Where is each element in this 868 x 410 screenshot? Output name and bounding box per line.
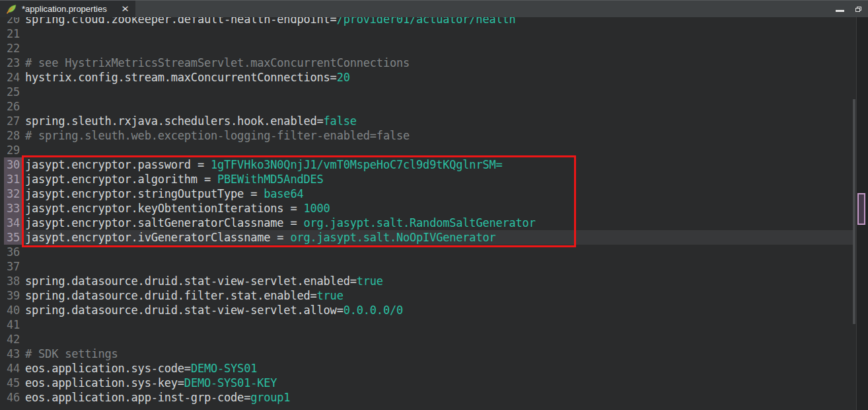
line-number[interactable]: 42: [4, 332, 22, 347]
line-number[interactable]: 30: [4, 157, 22, 172]
line-number[interactable]: 28: [4, 128, 22, 143]
code-line[interactable]: 40spring.datasource.druid.stat-view-serv…: [0, 303, 853, 317]
code-text[interactable]: spring.datasource.druid.stat-view-servle…: [22, 303, 853, 317]
code-text[interactable]: # spring.sleuth.web.exception-logging-fi…: [22, 128, 853, 143]
line-number[interactable]: 24: [4, 70, 22, 85]
code-line[interactable]: 44eos.application.sys-code=DEMO-SYS01: [0, 361, 853, 376]
code-line[interactable]: 46eos.application.app-inst-grp-code=grou…: [0, 390, 853, 405]
line-number[interactable]: 21: [4, 26, 22, 41]
line-number[interactable]: 43: [4, 347, 22, 361]
code-line[interactable]: 43# SDK settings: [0, 347, 853, 361]
code-text[interactable]: spring.datasource.druid.stat-view-servle…: [22, 274, 853, 288]
code-text[interactable]: [22, 259, 853, 274]
line-number[interactable]: 34: [4, 216, 22, 230]
code-line[interactable]: 39spring.datasource.druid.filter.stat.en…: [0, 288, 853, 303]
code-text[interactable]: [22, 99, 853, 114]
code-line[interactable]: 31jasypt.encryptor.algorithm = PBEWithMD…: [0, 172, 853, 186]
line-number[interactable]: 26: [4, 99, 22, 114]
line-number[interactable]: 32: [4, 186, 22, 201]
code-segment-value: true: [357, 274, 383, 288]
code-text[interactable]: hystrix.config.stream.maxConcurrentConne…: [22, 70, 853, 85]
code-line[interactable]: 29: [0, 143, 853, 157]
line-number[interactable]: 40: [4, 303, 22, 317]
code-line[interactable]: 27spring.sleuth.rxjava.schedulers.hook.e…: [0, 114, 853, 128]
code-text[interactable]: # see HystrixMetricsStreamServlet.maxCon…: [22, 56, 853, 70]
code-segment-comment: # spring.sleuth.web.exception-logging-fi…: [25, 129, 410, 142]
line-number[interactable]: 22: [4, 41, 22, 56]
line-number[interactable]: 45: [4, 376, 22, 390]
code-text[interactable]: eos.application.sys-key=DEMO-SYS01-KEY: [22, 376, 853, 390]
code-segment-comment: # see HystrixMetricsStreamServlet.maxCon…: [25, 56, 410, 69]
code-text[interactable]: spring.datasource.druid.filter.stat.enab…: [22, 288, 853, 303]
code-line[interactable]: 28# spring.sleuth.web.exception-logging-…: [0, 128, 853, 143]
code-text[interactable]: # SDK settings: [22, 347, 853, 361]
code-line[interactable]: 30jasypt.encryptor.password = 1gTFVHko3N…: [0, 157, 853, 172]
line-number[interactable]: 31: [4, 172, 22, 186]
code-line[interactable]: 26: [0, 99, 853, 114]
line-number[interactable]: 39: [4, 288, 22, 303]
line-number[interactable]: 36: [4, 245, 22, 259]
code-line[interactable]: 33jasypt.encryptor.keyObtentionIteration…: [0, 201, 853, 216]
line-number[interactable]: 23: [4, 56, 22, 70]
properties-file-leaf-icon: [6, 4, 17, 14]
vertical-scrollbar-thumb[interactable]: [853, 99, 855, 324]
code-text[interactable]: [22, 245, 853, 259]
code-text[interactable]: [22, 85, 853, 99]
line-number[interactable]: 33: [4, 201, 22, 216]
code-text[interactable]: jasypt.encryptor.stringOutputType = base…: [22, 186, 853, 201]
line-number[interactable]: 38: [4, 274, 22, 288]
code-segment-value: PBEWithMD5AndDES: [217, 173, 324, 186]
tab-application-properties[interactable]: *application.properties ✕: [0, 1, 135, 17]
code-text[interactable]: [22, 41, 853, 56]
code-segment-value: 20: [337, 71, 350, 84]
line-number[interactable]: 41: [4, 317, 22, 332]
code-text[interactable]: jasypt.encryptor.password = 1gTFVHko3N0Q…: [22, 157, 853, 172]
code-line[interactable]: 36: [0, 245, 853, 259]
code-text[interactable]: eos.application.sys-code=DEMO-SYS01: [22, 361, 853, 376]
code-segment-plain: spring.sleuth.rxjava.schedulers.hook.ena…: [25, 114, 324, 128]
code-text[interactable]: jasypt.encryptor.algorithm = PBEWithMD5A…: [22, 172, 853, 186]
changed-lines-ruler-marker[interactable]: [857, 193, 865, 225]
code-line[interactable]: 38spring.datasource.druid.stat-view-serv…: [0, 274, 853, 288]
code-line[interactable]: 32jasypt.encryptor.stringOutputType = ba…: [0, 186, 853, 201]
line-number[interactable]: 37: [4, 259, 22, 274]
code-line[interactable]: 41: [0, 317, 853, 332]
code-line[interactable]: 34jasypt.encryptor.saltGeneratorClassnam…: [0, 216, 853, 230]
code-text[interactable]: jasypt.encryptor.keyObtentionIterations …: [22, 201, 853, 216]
line-number[interactable]: 25: [4, 85, 22, 99]
code-text[interactable]: [22, 332, 853, 347]
code-text[interactable]: [22, 143, 853, 157]
code-text[interactable]: jasypt.encryptor.saltGeneratorClassname …: [22, 216, 853, 230]
code-line[interactable]: 25: [0, 85, 853, 99]
code-line[interactable]: 42: [0, 332, 853, 347]
line-number[interactable]: 35: [4, 230, 22, 245]
code-text[interactable]: [22, 26, 853, 41]
code-lines[interactable]: 20spring.cloud.zookeeper.default-health-…: [0, 12, 853, 405]
code-line[interactable]: 35jasypt.encryptor.ivGeneratorClassname …: [0, 230, 853, 245]
code-line[interactable]: 45eos.application.sys-key=DEMO-SYS01-KEY: [0, 376, 853, 390]
code-segment-value: group1: [250, 391, 290, 404]
code-line[interactable]: 37: [0, 259, 853, 274]
line-number[interactable]: 44: [4, 361, 22, 376]
line-number[interactable]: 46: [4, 390, 22, 405]
code-text[interactable]: jasypt.encryptor.ivGeneratorClassname = …: [22, 230, 853, 245]
line-number[interactable]: 27: [4, 114, 22, 128]
code-line[interactable]: 24hystrix.config.stream.maxConcurrentCon…: [0, 70, 853, 85]
code-line[interactable]: 22: [0, 41, 853, 56]
minimize-icon[interactable]: [836, 10, 844, 12]
code-text[interactable]: eos.application.app-inst-grp-code=group1: [22, 390, 853, 405]
code-segment-value: 1gTFVHko3N0QnjJ1/vmT0MspeHoC7cl9d9tKQgln…: [211, 158, 503, 171]
line-number[interactable]: 29: [4, 143, 22, 157]
code-segment-plain: eos.application.sys-code=: [25, 362, 191, 375]
code-segment-plain: jasypt.encryptor.algorithm =: [25, 173, 217, 186]
restore-front-square: [855, 8, 860, 12]
code-text[interactable]: [22, 317, 853, 332]
code-line[interactable]: 23# see HystrixMetricsStreamServlet.maxC…: [0, 56, 853, 70]
code-segment-comment: # SDK settings: [25, 347, 118, 360]
code-line[interactable]: 21: [0, 26, 853, 41]
code-segment-plain: spring.datasource.druid.stat-view-servle…: [25, 274, 357, 288]
code-segment-plain: jasypt.encryptor.saltGeneratorClassname …: [25, 216, 303, 229]
code-text[interactable]: spring.sleuth.rxjava.schedulers.hook.ena…: [22, 114, 853, 128]
restore-icon[interactable]: [855, 7, 861, 12]
tab-close-icon[interactable]: ✕: [121, 5, 129, 13]
